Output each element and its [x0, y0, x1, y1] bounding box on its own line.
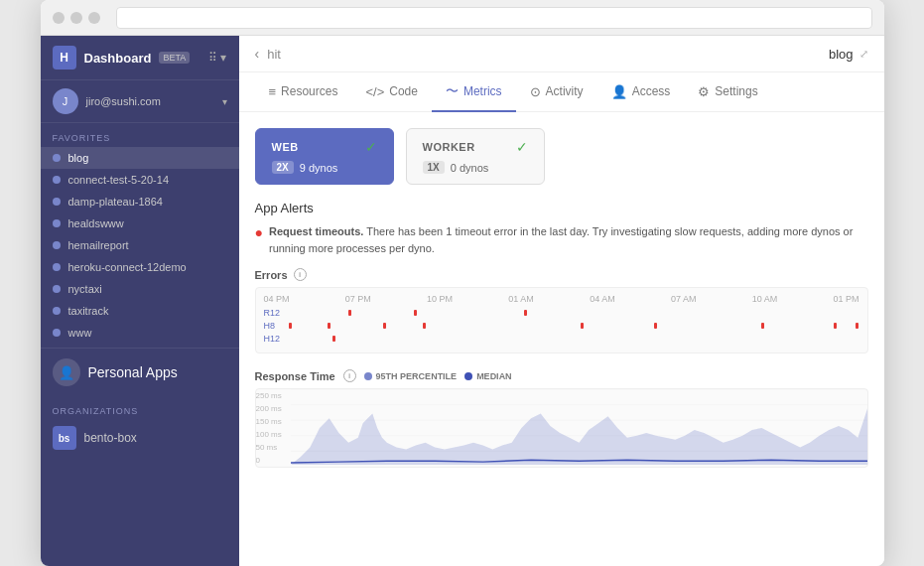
user-email: jiro@sushi.com: [86, 95, 214, 107]
settings-icon: ⚙: [698, 84, 710, 99]
sidebar-item-label: www: [68, 327, 92, 339]
organizations-label: ORGANIZATIONS: [41, 396, 239, 420]
app-name-label: blog: [829, 47, 854, 62]
window-maximize-dot[interactable]: [88, 12, 100, 24]
error-label-h12: H12: [264, 334, 289, 344]
sidebar-beta-badge: BETA: [159, 52, 190, 64]
tab-code-label: Code: [389, 84, 418, 98]
sidebar-dot-connect: [53, 176, 61, 184]
legend-95th: 95TH PERCENTILE: [364, 371, 458, 381]
legend-95-label: 95TH PERCENTILE: [376, 371, 458, 381]
sidebar-item-label: healdswww: [68, 217, 124, 229]
errors-chart: 04 PM 07 PM 10 PM 01 AM 04 AM 07 AM 10 A…: [255, 287, 868, 354]
grid-icon[interactable]: ⠿ ▾: [208, 51, 226, 65]
dynos-row: WEB ✓ 2X 9 dynos WORKER ✓: [255, 128, 868, 185]
errors-chart-title-row: Errors i: [255, 268, 868, 281]
dyno-web-check: ✓: [365, 139, 377, 155]
dyno-worker-multiplier: 1X: [423, 161, 445, 174]
sidebar-dot-healdswww: [53, 219, 61, 227]
dyno-worker-check: ✓: [516, 139, 528, 155]
sidebar-item-label: nyctaxi: [68, 283, 102, 295]
sidebar: H Dashboard BETA ⠿ ▾ J jiro@sushi.com ▾ …: [41, 36, 239, 566]
external-link-icon[interactable]: ⤢: [859, 48, 868, 61]
sidebar-item-blog[interactable]: blog: [41, 147, 239, 169]
sidebar-item-healdswww[interactable]: healdswww: [41, 212, 239, 234]
org-icon-bento: bs: [53, 426, 76, 450]
errors-row-r12: R12: [264, 308, 859, 318]
sidebar-item-label: taxitrack: [68, 305, 109, 317]
sidebar-item-label: hemailreport: [68, 239, 129, 251]
sidebar-item-nyctaxi[interactable]: nyctaxi: [41, 278, 239, 300]
error-tick: [348, 310, 351, 316]
activity-icon: ⊙: [530, 84, 541, 99]
legend-median: MEDIAN: [464, 371, 512, 381]
titlebar: [41, 0, 884, 36]
tab-metrics[interactable]: 〜 Metrics: [432, 72, 516, 112]
error-tick: [654, 323, 657, 329]
sidebar-item-damp[interactable]: damp-plateau-1864: [41, 191, 239, 212]
response-info-icon[interactable]: i: [343, 369, 356, 382]
response-chart-area: 250 ms 200 ms 150 ms 100 ms 50 ms 0: [255, 388, 868, 468]
sidebar-dot-taxitrack: [53, 307, 61, 315]
alert-text: Request timeouts. There has been 1 timeo…: [269, 223, 868, 256]
tab-resources[interactable]: ≡ Resources: [255, 72, 352, 112]
response-chart-section: Response Time i 95TH PERCENTILE MEDIAN: [255, 369, 868, 468]
window-minimize-dot[interactable]: [70, 12, 82, 24]
sidebar-item-www[interactable]: www: [41, 322, 239, 344]
error-bars-h8: [289, 322, 859, 330]
main-topbar: ‹ hit blog ⤢: [239, 36, 884, 72]
sidebar-item-label: damp-plateau-1864: [68, 196, 163, 208]
error-label-h8: H8: [264, 321, 289, 331]
resources-icon: ≡: [269, 84, 277, 99]
address-bar[interactable]: [116, 7, 872, 29]
error-tick: [423, 323, 426, 329]
dyno-card-worker[interactable]: WORKER ✓ 1X 0 dynos: [406, 128, 545, 185]
error-tick: [328, 323, 330, 329]
tab-settings[interactable]: ⚙ Settings: [684, 72, 771, 112]
sidebar-item-label: heroku-connect-12demo: [68, 261, 187, 273]
error-tick: [761, 323, 764, 329]
breadcrumb-app: blog ⤢: [829, 47, 868, 62]
errors-time-labels: 04 PM 07 PM 10 PM 01 AM 04 AM 07 AM 10 A…: [264, 294, 859, 304]
personal-apps-section[interactable]: 👤 Personal Apps: [41, 348, 239, 396]
personal-apps-label: Personal Apps: [88, 364, 178, 380]
sidebar-item-connect[interactable]: connect-test-5-20-14: [41, 169, 239, 191]
sidebar-item-hemailreport[interactable]: hemailreport: [41, 234, 239, 256]
tab-activity[interactable]: ⊙ Activity: [516, 72, 597, 112]
errors-info-icon[interactable]: i: [294, 268, 307, 281]
error-tick: [524, 310, 527, 316]
legend-dot-med-icon: [464, 372, 472, 380]
legend-med-label: MEDIAN: [476, 371, 512, 381]
sidebar-dot-heroku-connect: [53, 263, 61, 271]
svg-marker-5: [291, 409, 867, 466]
sidebar-dot-blog: [53, 154, 61, 162]
error-tick: [834, 323, 837, 329]
error-tick: [332, 336, 335, 342]
sidebar-user[interactable]: J jiro@sushi.com ▾: [41, 80, 239, 123]
main-content-area: ‹ hit blog ⤢ ≡ Resources </> Code 〜: [239, 36, 884, 566]
error-tick: [581, 323, 584, 329]
tab-code[interactable]: </> Code: [351, 72, 431, 112]
response-svg-container: [291, 389, 867, 467]
error-tick: [383, 323, 386, 329]
sidebar-item-heroku-connect[interactable]: heroku-connect-12demo: [41, 256, 239, 278]
dyno-card-web[interactable]: WEB ✓ 2X 9 dynos: [255, 128, 394, 185]
errors-chart-title: Errors: [255, 269, 288, 281]
sidebar-item-label: blog: [68, 152, 89, 164]
tab-access[interactable]: 👤 Access: [597, 72, 685, 112]
error-bars-r12: [289, 309, 859, 317]
sidebar-item-taxitrack[interactable]: taxitrack: [41, 300, 239, 322]
back-button[interactable]: ‹: [255, 46, 260, 62]
favorites-label: FAVORITES: [41, 123, 239, 147]
dyno-web-multiplier: 2X: [272, 161, 294, 174]
org-item-bento-box[interactable]: bs bento-box: [41, 420, 239, 456]
sidebar-dot-nyctaxi: [53, 285, 61, 293]
tab-metrics-label: Metrics: [463, 84, 502, 98]
tab-settings-label: Settings: [715, 84, 757, 98]
user-chevron-icon: ▾: [222, 96, 227, 107]
metrics-content: WEB ✓ 2X 9 dynos WORKER ✓: [239, 112, 884, 566]
access-icon: 👤: [611, 84, 627, 99]
dyno-web-count: 9 dynos: [300, 162, 338, 174]
window-close-dot[interactable]: [53, 12, 65, 24]
sidebar-dot-damp: [53, 198, 61, 206]
